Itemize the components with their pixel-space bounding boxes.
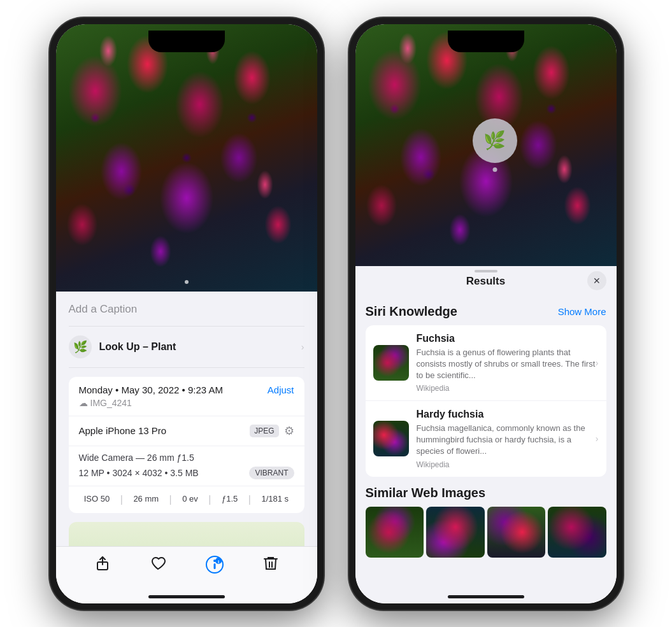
- web-image-3[interactable]: [487, 507, 546, 558]
- date-text: Monday • May 30, 2022 • 9:23 AM: [79, 384, 223, 395]
- home-indicator-right: [448, 595, 524, 598]
- left-screen: Add a Caption 🌿 Look Up – Plant ›: [56, 24, 317, 603]
- results-panel: Results ✕ Siri Knowledge Show More: [355, 266, 617, 603]
- fuchsia-content: Fuchsia Fuchsia is a genus of flowering …: [417, 333, 599, 393]
- exif-iso: ISO 50: [84, 494, 110, 505]
- web-image-4[interactable]: [548, 507, 606, 558]
- share-button[interactable]: [95, 556, 110, 571]
- results-body: Siri Knowledge Show More Fuchsia Fuchsia…: [355, 295, 617, 603]
- svg-text:i: i: [218, 558, 219, 564]
- siri-knowledge-header: Siri Knowledge Show More: [366, 304, 606, 319]
- show-more-button[interactable]: Show More: [558, 306, 606, 317]
- results-title: Results: [466, 275, 505, 288]
- right-photo-area: 🌿: [355, 24, 617, 266]
- hardy-chevron-icon: ›: [596, 433, 599, 444]
- flower-image: [56, 24, 317, 292]
- knowledge-item-hardy[interactable]: Hardy fuchsia Fuchsia magellanica, commo…: [366, 401, 606, 477]
- web-image-1[interactable]: [366, 507, 424, 558]
- notch-left: [148, 31, 225, 52]
- settings-icon[interactable]: ⚙: [284, 424, 294, 438]
- web-image-2[interactable]: [426, 507, 485, 558]
- notch-right: [448, 31, 524, 52]
- leaf-icon: 🌿: [483, 130, 506, 151]
- exif-row: ISO 50 | 26 mm | 0 ev | ƒ1.5 | 1/181 s: [69, 486, 304, 513]
- right-phone-inner: 🌿 Results ✕: [355, 24, 617, 603]
- camera-specs: Wide Camera — 26 mm ƒ1.5 12 MP • 3024 × …: [69, 446, 304, 486]
- knowledge-item-fuchsia[interactable]: Fuchsia Fuchsia is a genus of flowering …: [366, 325, 606, 402]
- web-images-title: Similar Web Images: [366, 486, 486, 500]
- delete-button[interactable]: [264, 556, 278, 571]
- vibrant-badge: VIBRANT: [249, 467, 294, 479]
- home-indicator-left: [148, 595, 225, 598]
- results-header: Results ✕: [355, 266, 617, 295]
- web-images-header: Similar Web Images: [366, 486, 606, 500]
- siri-knowledge-title: Siri Knowledge: [366, 304, 457, 319]
- camera-spec-line2: 12 MP • 3024 × 4032 • 3.5 MB VIBRANT: [79, 467, 294, 479]
- hardy-source: Wikipedia: [417, 460, 599, 469]
- siri-visual-icon: 🌿: [69, 335, 92, 358]
- hardy-name: Hardy fuchsia: [417, 409, 599, 420]
- siri-dot: [492, 167, 497, 172]
- drag-handle[interactable]: [475, 270, 497, 272]
- date-row: Monday • May 30, 2022 • 9:23 AM Adjust ☁…: [69, 377, 304, 416]
- left-phone: Add a Caption 🌿 Look Up – Plant ›: [50, 18, 324, 610]
- badge-group: JPEG ⚙: [250, 424, 294, 438]
- format-badge: JPEG: [250, 425, 278, 437]
- fuchsia-name: Fuchsia: [417, 333, 599, 344]
- siri-circle: 🌿: [473, 118, 517, 163]
- exif-aperture: ƒ1.5: [222, 494, 238, 505]
- lookup-text: Look Up – Plant: [99, 341, 176, 353]
- device-row: Apple iPhone 13 Pro JPEG ⚙: [69, 416, 304, 446]
- metadata-section: Monday • May 30, 2022 • 9:23 AM Adjust ☁…: [69, 377, 304, 513]
- lookup-chevron-icon: ›: [301, 342, 304, 352]
- lookup-row[interactable]: 🌿 Look Up – Plant ›: [69, 327, 304, 368]
- fuchsia-source: Wikipedia: [417, 384, 599, 393]
- caption-field[interactable]: Add a Caption: [69, 292, 304, 327]
- photo-area[interactable]: [56, 24, 317, 292]
- adjust-button[interactable]: Adjust: [268, 384, 294, 395]
- camera-spec-line1: Wide Camera — 26 mm ƒ1.5: [79, 453, 294, 463]
- fuchsia-thumbnail: [373, 345, 409, 381]
- main-container: Add a Caption 🌿 Look Up – Plant ›: [0, 0, 672, 627]
- filename-row: ☁ IMG_4241: [79, 398, 294, 408]
- exif-ev: 0 ev: [182, 494, 198, 505]
- hardy-thumbnail: [373, 421, 409, 456]
- fuchsia-chevron-icon: ›: [596, 358, 599, 368]
- left-phone-inner: Add a Caption 🌿 Look Up – Plant ›: [56, 24, 317, 603]
- web-images-row: [366, 507, 606, 558]
- info-button[interactable]: i: [206, 556, 224, 574]
- knowledge-card: Fuchsia Fuchsia is a genus of flowering …: [366, 325, 606, 477]
- hardy-content: Hardy fuchsia Fuchsia magellanica, commo…: [417, 409, 599, 469]
- exif-shutter: 1/181 s: [261, 494, 289, 505]
- hardy-desc: Fuchsia magellanica, commonly known as t…: [417, 423, 599, 458]
- fuchsia-desc: Fuchsia is a genus of flowering plants t…: [417, 347, 599, 382]
- favorite-button[interactable]: [150, 556, 166, 571]
- exif-focal: 26 mm: [133, 494, 159, 505]
- right-phone: 🌿 Results ✕: [349, 18, 623, 610]
- right-screen: 🌿 Results ✕: [355, 24, 617, 603]
- siri-visual-intelligence-overlay: 🌿: [473, 118, 517, 163]
- close-button[interactable]: ✕: [587, 271, 606, 290]
- svg-rect-3: [214, 563, 216, 569]
- photo-dot: [185, 280, 189, 284]
